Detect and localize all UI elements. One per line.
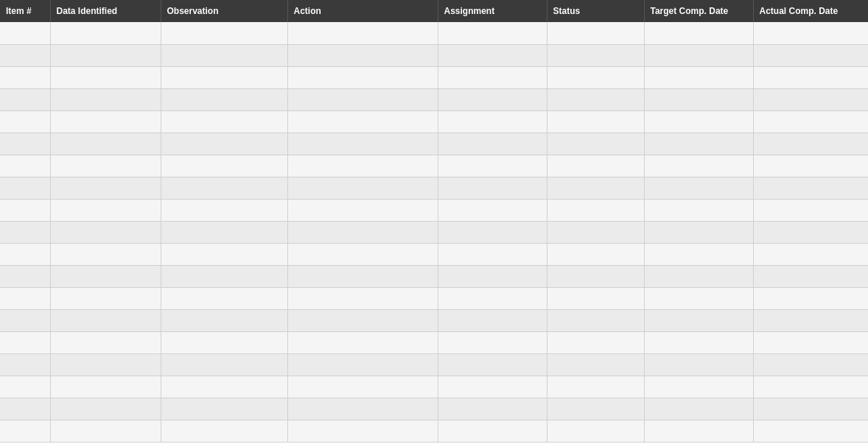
table-cell-target_comp_date[interactable] bbox=[644, 398, 753, 420]
table-cell-target_comp_date[interactable] bbox=[644, 44, 753, 66]
table-row[interactable] bbox=[0, 420, 868, 442]
table-cell-actual_comp_date[interactable] bbox=[753, 420, 868, 442]
table-cell-action[interactable] bbox=[287, 420, 438, 442]
table-cell-data_identified[interactable] bbox=[50, 155, 161, 177]
table-cell-status[interactable] bbox=[547, 265, 644, 287]
table-cell-assignment[interactable] bbox=[438, 398, 547, 420]
table-cell-action[interactable] bbox=[287, 287, 438, 309]
table-cell-assignment[interactable] bbox=[438, 287, 547, 309]
table-cell-item[interactable] bbox=[0, 44, 50, 66]
table-row[interactable] bbox=[0, 243, 868, 265]
table-cell-data_identified[interactable] bbox=[50, 420, 161, 442]
table-cell-item[interactable] bbox=[0, 420, 50, 442]
table-cell-observation[interactable] bbox=[161, 353, 287, 376]
table-row[interactable] bbox=[0, 398, 868, 420]
table-cell-status[interactable] bbox=[547, 66, 644, 88]
table-cell-status[interactable] bbox=[547, 44, 644, 66]
table-row[interactable] bbox=[0, 309, 868, 331]
table-row[interactable] bbox=[0, 110, 868, 133]
table-cell-status[interactable] bbox=[547, 155, 644, 177]
table-cell-item[interactable] bbox=[0, 265, 50, 287]
table-cell-status[interactable] bbox=[547, 110, 644, 133]
table-row[interactable] bbox=[0, 199, 868, 221]
table-cell-data_identified[interactable] bbox=[50, 243, 161, 265]
table-cell-status[interactable] bbox=[547, 22, 644, 44]
table-cell-data_identified[interactable] bbox=[50, 199, 161, 221]
table-cell-status[interactable] bbox=[547, 353, 644, 376]
table-cell-action[interactable] bbox=[287, 265, 438, 287]
table-cell-target_comp_date[interactable] bbox=[644, 265, 753, 287]
table-cell-action[interactable] bbox=[287, 243, 438, 265]
table-cell-target_comp_date[interactable] bbox=[644, 155, 753, 177]
table-cell-data_identified[interactable] bbox=[50, 66, 161, 88]
table-cell-observation[interactable] bbox=[161, 243, 287, 265]
table-cell-data_identified[interactable] bbox=[50, 88, 161, 110]
table-cell-data_identified[interactable] bbox=[50, 110, 161, 133]
table-cell-data_identified[interactable] bbox=[50, 287, 161, 309]
table-cell-status[interactable] bbox=[547, 243, 644, 265]
table-cell-action[interactable] bbox=[287, 331, 438, 353]
table-cell-status[interactable] bbox=[547, 376, 644, 398]
table-cell-actual_comp_date[interactable] bbox=[753, 243, 868, 265]
table-cell-actual_comp_date[interactable] bbox=[753, 265, 868, 287]
table-cell-observation[interactable] bbox=[161, 155, 287, 177]
table-cell-observation[interactable] bbox=[161, 398, 287, 420]
table-cell-actual_comp_date[interactable] bbox=[753, 110, 868, 133]
table-cell-assignment[interactable] bbox=[438, 22, 547, 44]
table-cell-target_comp_date[interactable] bbox=[644, 110, 753, 133]
table-row[interactable] bbox=[0, 265, 868, 287]
table-cell-assignment[interactable] bbox=[438, 155, 547, 177]
table-cell-item[interactable] bbox=[0, 22, 50, 44]
table-cell-status[interactable] bbox=[547, 221, 644, 243]
table-cell-target_comp_date[interactable] bbox=[644, 309, 753, 331]
table-cell-target_comp_date[interactable] bbox=[644, 243, 753, 265]
table-row[interactable] bbox=[0, 133, 868, 155]
table-cell-observation[interactable] bbox=[161, 177, 287, 199]
table-cell-target_comp_date[interactable] bbox=[644, 376, 753, 398]
table-row[interactable] bbox=[0, 177, 868, 199]
table-cell-target_comp_date[interactable] bbox=[644, 287, 753, 309]
table-cell-actual_comp_date[interactable] bbox=[753, 309, 868, 331]
table-cell-item[interactable] bbox=[0, 309, 50, 331]
table-cell-item[interactable] bbox=[0, 133, 50, 155]
table-cell-actual_comp_date[interactable] bbox=[753, 44, 868, 66]
table-cell-assignment[interactable] bbox=[438, 221, 547, 243]
table-row[interactable] bbox=[0, 331, 868, 353]
table-cell-actual_comp_date[interactable] bbox=[753, 221, 868, 243]
table-cell-assignment[interactable] bbox=[438, 420, 547, 442]
table-cell-item[interactable] bbox=[0, 110, 50, 133]
table-cell-item[interactable] bbox=[0, 177, 50, 199]
table-cell-action[interactable] bbox=[287, 44, 438, 66]
table-cell-data_identified[interactable] bbox=[50, 133, 161, 155]
table-cell-data_identified[interactable] bbox=[50, 265, 161, 287]
table-cell-data_identified[interactable] bbox=[50, 177, 161, 199]
table-cell-actual_comp_date[interactable] bbox=[753, 376, 868, 398]
table-cell-action[interactable] bbox=[287, 22, 438, 44]
table-cell-status[interactable] bbox=[547, 199, 644, 221]
table-cell-status[interactable] bbox=[547, 88, 644, 110]
table-cell-action[interactable] bbox=[287, 88, 438, 110]
table-cell-target_comp_date[interactable] bbox=[644, 199, 753, 221]
table-cell-assignment[interactable] bbox=[438, 309, 547, 331]
table-cell-assignment[interactable] bbox=[438, 44, 547, 66]
table-cell-assignment[interactable] bbox=[438, 177, 547, 199]
table-cell-actual_comp_date[interactable] bbox=[753, 133, 868, 155]
table-cell-assignment[interactable] bbox=[438, 133, 547, 155]
table-row[interactable] bbox=[0, 287, 868, 309]
table-row[interactable] bbox=[0, 353, 868, 376]
table-cell-observation[interactable] bbox=[161, 44, 287, 66]
table-cell-action[interactable] bbox=[287, 177, 438, 199]
table-cell-target_comp_date[interactable] bbox=[644, 221, 753, 243]
table-cell-actual_comp_date[interactable] bbox=[753, 331, 868, 353]
table-cell-status[interactable] bbox=[547, 420, 644, 442]
table-cell-item[interactable] bbox=[0, 66, 50, 88]
table-cell-action[interactable] bbox=[287, 221, 438, 243]
table-row[interactable] bbox=[0, 221, 868, 243]
table-cell-action[interactable] bbox=[287, 353, 438, 376]
table-cell-target_comp_date[interactable] bbox=[644, 133, 753, 155]
table-cell-observation[interactable] bbox=[161, 265, 287, 287]
table-cell-item[interactable] bbox=[0, 353, 50, 376]
table-cell-assignment[interactable] bbox=[438, 353, 547, 376]
table-cell-actual_comp_date[interactable] bbox=[753, 287, 868, 309]
table-cell-observation[interactable] bbox=[161, 420, 287, 442]
